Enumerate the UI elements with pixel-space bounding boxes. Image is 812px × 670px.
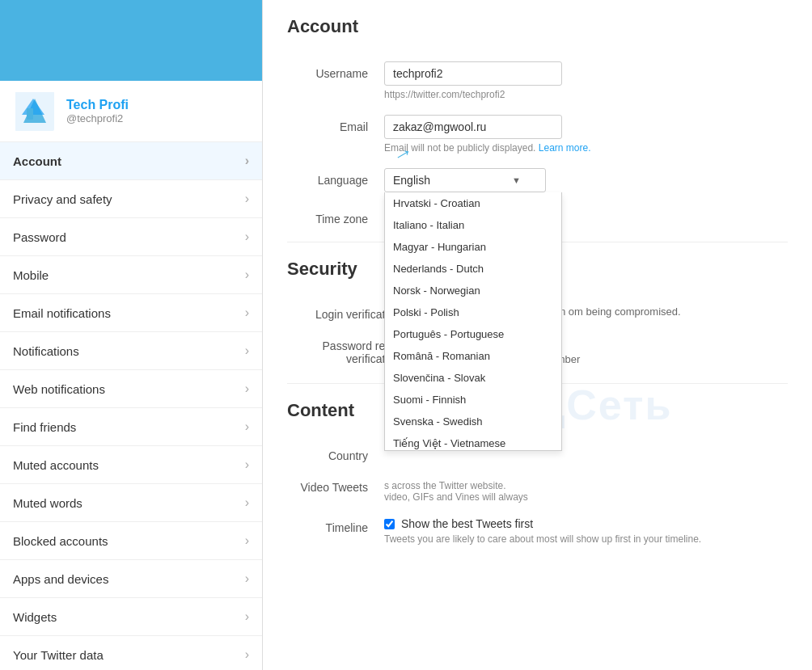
lang-option-croatian[interactable]: Hrvatski - Croatian (385, 192, 561, 214)
chevron-icon: › (245, 647, 249, 662)
nav-item-email-notif[interactable]: Email notifications › (0, 294, 262, 332)
language-dropdown: Hrvatski - Croatian Italiano - Italian M… (384, 192, 562, 451)
chevron-icon: › (245, 192, 249, 206)
timeline-field: Show the best Tweets first Tweets you ar… (384, 517, 788, 545)
lang-option-polish[interactable]: Polski - Polish (385, 301, 561, 323)
email-label: Email (287, 115, 384, 133)
nav-item-widgets[interactable]: Widgets › (0, 598, 262, 636)
profile-info: Tech Profi @techprofi2 (0, 81, 262, 142)
nav-item-muted-words[interactable]: Muted words › (0, 484, 262, 522)
language-field: English ▼ Hrvatski - Croatian Italiano -… (384, 168, 788, 192)
email-field-wrapper: Email will not be publicly displayed. Le… (384, 115, 788, 154)
lang-option-italian[interactable]: Italiano - Italian (385, 214, 561, 236)
lang-option-dutch[interactable]: Nederlands - Dutch (385, 258, 561, 280)
timeline-row: Timeline Show the best Tweets first Twee… (287, 517, 788, 545)
chevron-icon: › (245, 533, 249, 548)
username-input[interactable] (384, 61, 562, 86)
sidebar: Tech Profi @techprofi2 Account › Privacy… (0, 0, 263, 670)
language-select-display[interactable]: English ▼ (384, 168, 546, 192)
nav-item-privacy[interactable]: Privacy and safety › (0, 180, 262, 218)
nav-item-apps-devices[interactable]: Apps and devices › (0, 560, 262, 598)
timeline-checkbox[interactable] (384, 519, 395, 529)
language-current-value: English (393, 174, 430, 187)
avatar (12, 89, 57, 133)
chevron-icon: › (245, 268, 249, 282)
profile-text: Tech Profi @techprofi2 (66, 98, 129, 124)
chevron-icon: › (245, 154, 249, 168)
video-tweets-row: Video Tweets s across the Twitter websit… (287, 477, 788, 503)
main-content: СоцСеть → → Account Username https://twi… (263, 0, 812, 670)
email-row: Email Email will not be publicly display… (287, 115, 788, 154)
profile-header (0, 0, 262, 81)
nav-item-password[interactable]: Password › (0, 218, 262, 256)
video-tweets-desc: s across the Twitter website. video, GIF… (384, 480, 788, 503)
lang-option-hungarian[interactable]: Magyar - Hungarian (385, 236, 561, 258)
username-url: https://twitter.com/techprofi2 (384, 89, 788, 100)
timezone-label: Time zone (287, 207, 384, 225)
nav-item-web-notif[interactable]: Web notifications › (0, 370, 262, 408)
country-label: Country (287, 445, 384, 462)
email-hint: Email will not be publicly displayed. Le… (384, 142, 788, 154)
account-section-title: Account (287, 16, 788, 45)
lang-option-portuguese[interactable]: Português - Portuguese (385, 323, 561, 345)
chevron-icon: › (245, 457, 249, 472)
nav-item-twitter-data[interactable]: Your Twitter data › (0, 636, 262, 670)
nav-item-find-friends[interactable]: Find friends › (0, 408, 262, 446)
lang-option-finnish[interactable]: Suomi - Finnish (385, 389, 561, 411)
chevron-icon: › (245, 571, 249, 586)
lang-option-norwegian[interactable]: Norsk - Norwegian (385, 280, 561, 301)
chevron-icon: › (245, 495, 249, 510)
lang-option-swedish[interactable]: Svenska - Swedish (385, 411, 561, 432)
dropdown-arrow-icon: ▼ (512, 175, 521, 185)
chevron-icon: › (245, 609, 249, 624)
lang-option-slovak[interactable]: Slovenčina - Slovak (385, 367, 561, 389)
timeline-hint: Tweets you are likely to care about most… (384, 533, 788, 545)
timeline-checkbox-label: Show the best Tweets first (401, 517, 533, 530)
timeline-label: Timeline (287, 517, 384, 534)
lang-option-vietnamese[interactable]: Tiếng Việt - Vietnamese (385, 432, 561, 451)
lang-option-romanian[interactable]: Română - Romanian (385, 345, 561, 367)
username-row: Username https://twitter.com/techprofi2 (287, 61, 788, 100)
language-label: Language (287, 168, 384, 187)
timeline-checkbox-row: Show the best Tweets first (384, 517, 788, 530)
language-select-wrapper: English ▼ Hrvatski - Croatian Italiano -… (384, 168, 546, 192)
profile-name: Tech Profi (66, 98, 129, 112)
nav-item-mobile[interactable]: Mobile › (0, 256, 262, 294)
chevron-icon: › (245, 419, 249, 434)
nav-item-muted-accounts[interactable]: Muted accounts › (0, 446, 262, 484)
video-tweets-label: Video Tweets (287, 477, 384, 494)
nav-item-notifications[interactable]: Notifications › (0, 332, 262, 370)
email-hint-link[interactable]: Learn more. (539, 142, 591, 154)
profile-handle: @techprofi2 (66, 112, 129, 124)
username-label: Username (287, 61, 384, 80)
chevron-icon: › (245, 306, 249, 320)
video-tweets-field: s across the Twitter website. video, GIF… (384, 477, 788, 503)
chevron-icon: › (245, 230, 249, 244)
sidebar-nav: Account › Privacy and safety › Password … (0, 142, 262, 670)
svg-rect-3 (27, 108, 33, 120)
nav-item-blocked-accounts[interactable]: Blocked accounts › (0, 522, 262, 560)
chevron-icon: › (245, 381, 249, 396)
username-field: https://twitter.com/techprofi2 (384, 61, 788, 100)
chevron-icon: › (245, 343, 249, 358)
language-row: Language English ▼ Hrvatski - Croatian I… (287, 168, 788, 192)
email-input[interactable] (384, 115, 562, 139)
nav-item-account[interactable]: Account › (0, 142, 262, 180)
